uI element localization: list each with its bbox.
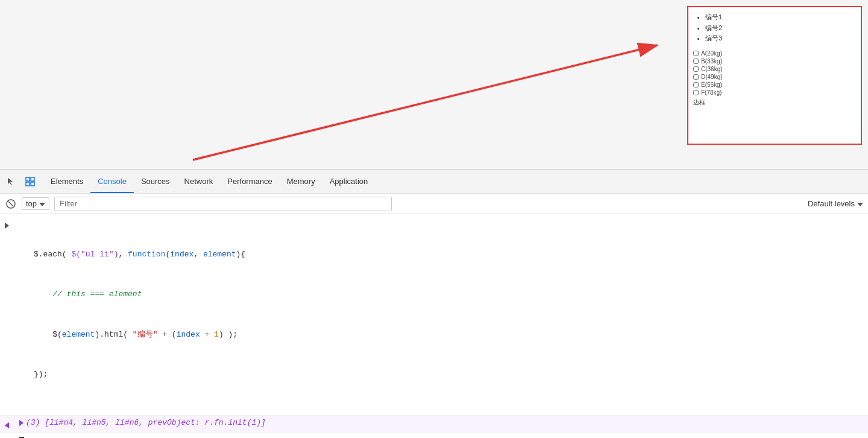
context-selector[interactable]: top	[22, 197, 49, 210]
console-result-text: (3) [li#n4, li#n5, li#n6, prevObject: r.…	[26, 417, 266, 427]
chart-legend-items: A(20kg) B(33kg) C(36kg) D(49kg) E(56kg) …	[693, 50, 856, 107]
console-input-line[interactable]	[0, 433, 868, 438]
tab-performance[interactable]: Performance	[220, 170, 279, 193]
code-line-4: });	[34, 368, 245, 381]
chart-item-d: D(49kg)	[693, 74, 856, 80]
preview-list-item-3: 编号3	[705, 33, 856, 44]
svg-rect-2	[26, 177, 30, 181]
default-levels-icon	[857, 199, 863, 208]
clear-console-button[interactable]	[5, 198, 17, 210]
expand-result-button[interactable]	[19, 419, 24, 428]
console-input-block: $.each( $("ul li"), function(index, elem…	[0, 214, 868, 416]
tab-memory[interactable]: Memory	[280, 170, 322, 193]
svg-rect-4	[26, 182, 30, 186]
chart-item-f: F(78kg)	[693, 89, 856, 96]
chart-item-e: E(56kg)	[693, 81, 856, 88]
console-toolbar: top Default levels	[0, 194, 868, 214]
input-prompt-icon	[5, 217, 14, 233]
svg-rect-3	[31, 177, 34, 181]
console-result-line: (3) [li#n4, li#n5, li#n6, prevObject: r.…	[0, 416, 868, 433]
devtools-panel: Elements Console Sources Network Perform…	[0, 169, 868, 438]
chart-checkbox-a[interactable]	[693, 51, 699, 56]
webpage-preview: 编号1 编号2 编号3 A(20kg) B(33kg) C(36kg) D(49…	[687, 6, 862, 145]
devtools-icon-area	[2, 173, 39, 190]
tab-elements[interactable]: Elements	[43, 170, 90, 193]
chart-checkbox-f[interactable]	[693, 90, 699, 95]
tab-application[interactable]: Application	[322, 170, 376, 193]
tab-sources[interactable]: Sources	[134, 170, 177, 193]
svg-rect-5	[31, 182, 34, 186]
console-code: $.each( $("ul li"), function(index, elem…	[19, 217, 250, 413]
code-comment: // this === element	[34, 288, 245, 301]
cursor-icon[interactable]	[2, 173, 19, 190]
tab-network[interactable]: Network	[177, 170, 221, 193]
result-arrow-icon	[5, 417, 14, 431]
chart-item-b: B(33kg)	[693, 58, 856, 65]
chart-checkbox-e[interactable]	[693, 82, 699, 87]
code-line-1: $.each( $("ul li"), function(index, elem…	[34, 248, 245, 261]
devtools-tabs-bar: Elements Console Sources Network Perform…	[0, 170, 868, 194]
preview-list-item-2: 编号2	[705, 23, 856, 34]
chart-item-a: A(20kg)	[693, 50, 856, 57]
context-dropdown-icon	[39, 199, 45, 208]
preview-list-item-1: 编号1	[705, 12, 856, 23]
preview-area: 编号1 编号2 编号3 A(20kg) B(33kg) C(36kg) D(49…	[0, 0, 868, 169]
preview-list: 编号1 编号2 编号3	[693, 12, 856, 44]
default-levels-label: Default levels	[808, 199, 855, 208]
tab-console[interactable]: Console	[90, 170, 134, 193]
chart-checkbox-c[interactable]	[693, 66, 699, 72]
legend-label: 边框	[693, 98, 856, 107]
console-content: $.each( $("ul li"), function(index, elem…	[0, 214, 868, 438]
context-label: top	[26, 199, 37, 208]
default-levels-selector[interactable]: Default levels	[808, 199, 863, 208]
chart-checkbox-d[interactable]	[693, 74, 699, 80]
chart-checkbox-b[interactable]	[693, 59, 699, 64]
svg-line-1	[193, 45, 657, 160]
filter-input[interactable]	[54, 197, 392, 211]
inspect-icon[interactable]	[22, 173, 39, 190]
chart-item-c: C(36kg)	[693, 66, 856, 72]
svg-line-7	[8, 202, 13, 206]
code-line-3: $(element).html( "编号" + (index + 1) );	[34, 328, 245, 341]
